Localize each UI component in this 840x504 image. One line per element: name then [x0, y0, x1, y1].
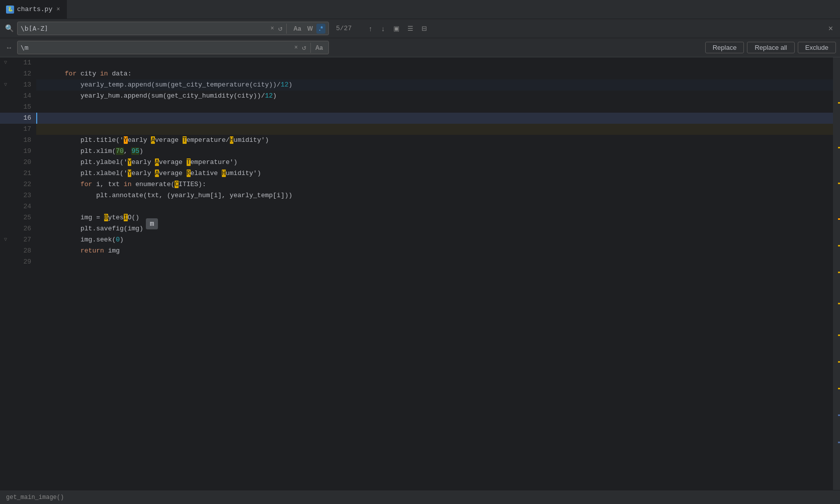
replace-button[interactable]: Replace [705, 42, 744, 53]
replace-separator [310, 43, 311, 53]
search-separator [286, 24, 287, 34]
line-number-16: 16 [0, 113, 36, 124]
in-selection-button[interactable]: ▣ [391, 23, 402, 34]
line-numbers: ▽ 11 12 ▽ 13 14 15 16 17 18 19 20 21 22 … [0, 57, 36, 504]
search-input-wrap: × ↺ Aa W .* [17, 22, 329, 35]
search-clear-button[interactable]: × [269, 24, 276, 33]
replace-match-case-button[interactable]: Aa [313, 43, 325, 53]
tab-charts-py[interactable]: 🐍 charts.py × [0, 0, 67, 19]
replace-input-wrap: × ↺ Aa [17, 41, 329, 54]
code-line-18: plt.xlim(70, 95) [36, 135, 833, 146]
code-line-26: img.seek(0) [36, 223, 833, 234]
filter-button[interactable]: ⊟ [419, 23, 430, 34]
regex-button[interactable]: .* [316, 24, 325, 34]
search-input[interactable] [21, 25, 269, 32]
line-number-19: 19 [0, 146, 36, 157]
code-line-14 [36, 91, 833, 102]
line-number-29: 29 [0, 257, 36, 268]
line-number-20: 20 [0, 157, 36, 168]
code-line-27: return img [36, 234, 833, 245]
breadcrumb-function: get_main_image() [6, 494, 64, 501]
code-content[interactable]: for city in data: yearly_temp.append(sum… [36, 57, 833, 504]
code-line-15: plt.clf() [36, 102, 833, 113]
line-number-26: 26 [0, 223, 36, 234]
match-count: 5/27 [336, 25, 359, 32]
tab-label: charts.py [17, 6, 52, 13]
fold-icon-13[interactable]: ▽ [4, 79, 7, 91]
line-number-27: ▽ 27 [0, 234, 36, 245]
line-number-23: 23 [0, 190, 36, 201]
code-line-12: yearly_temp.append(sum(get_city_temperat… [36, 68, 833, 79]
exclude-button[interactable]: Exclude [798, 42, 836, 53]
match-case-button[interactable]: Aa [291, 24, 303, 34]
fold-icon-27[interactable]: ▽ [4, 234, 7, 245]
code-line-29 [36, 257, 833, 268]
python-file-icon: 🐍 [6, 6, 14, 14]
code-line-19: plt.ylabel('Yearly Average Temperature') [36, 146, 833, 157]
tab-bar: 🐍 charts.py × [0, 0, 840, 19]
code-line-20: plt.xlabel('Yearly Average Relative Humi… [36, 157, 833, 168]
line-number-14: 14 [0, 91, 36, 102]
code-line-22: plt.annotate(txt, (yearly_hum[i], yearly… [36, 179, 833, 190]
line-number-24: 24 [0, 201, 36, 212]
line-number-22: 22 [0, 179, 36, 190]
search-bar: 🔍 × ↺ Aa W .* 5/27 ↑ ↓ ▣ ☰ ⊟ × [0, 19, 840, 38]
scrollbar[interactable] [833, 57, 840, 504]
fold-icon-11[interactable]: ▽ [4, 57, 7, 68]
code-area: ▽ 11 12 ▽ 13 14 15 16 17 18 19 20 21 22 … [0, 57, 840, 504]
code-line-11: for city in data: [36, 57, 833, 68]
replace-input[interactable] [21, 44, 292, 51]
next-match-button[interactable]: ↓ [378, 23, 388, 35]
replace-clear-button[interactable]: × [292, 43, 300, 52]
search-close-button[interactable]: × [825, 23, 836, 34]
prev-match-button[interactable]: ↑ [366, 23, 375, 35]
code-line-25: plt.savefig(img) [36, 212, 833, 223]
line-number-15: 15 [0, 102, 36, 113]
line-number-12: 12 [0, 68, 36, 79]
search-options: Aa W .* [291, 24, 325, 34]
line-number-21: 21 [0, 168, 36, 179]
line-number-13: ▽ 13 [0, 79, 36, 91]
line-number-28: 28 [0, 245, 36, 257]
line-number-25: 25 [0, 212, 36, 223]
line-number-11: ▽ 11 [0, 57, 36, 68]
replace-bar: ↔ × ↺ Aa Replace Replace all Exclude [0, 38, 840, 57]
settings-button[interactable]: ☰ [405, 23, 416, 34]
replace-action-buttons: Replace Replace all Exclude [705, 42, 836, 53]
scroll-marks [838, 57, 840, 504]
replace-icon: ↔ [4, 44, 14, 52]
replace-all-button[interactable]: Replace all [747, 42, 794, 53]
line-number-17: 17 [0, 124, 36, 135]
code-line-28 [36, 245, 833, 257]
breadcrumb-bar: get_main_image() [0, 490, 840, 504]
search-refresh-button[interactable]: ↺ [276, 23, 284, 34]
line-number-18: 18 [0, 135, 36, 146]
replace-refresh-button[interactable]: ↺ [300, 42, 308, 53]
match-word-button[interactable]: W [305, 24, 315, 34]
code-line-24: img = BytesIO() [36, 201, 833, 212]
code-line-21: for i, txt in enumerate(CITIES): [36, 168, 833, 179]
code-line-13: yearly_hum.append(sum(get_city_humidity(… [36, 79, 833, 91]
code-line-16: plt.scatter(yearly_hum, yearly_temp, ) [36, 113, 833, 124]
code-line-23 [36, 190, 833, 201]
tab-close-button[interactable]: × [55, 5, 61, 14]
code-line-17: plt.title('Yearly Average Temperature/Hu… [36, 124, 833, 135]
search-icon: 🔍 [4, 24, 14, 33]
